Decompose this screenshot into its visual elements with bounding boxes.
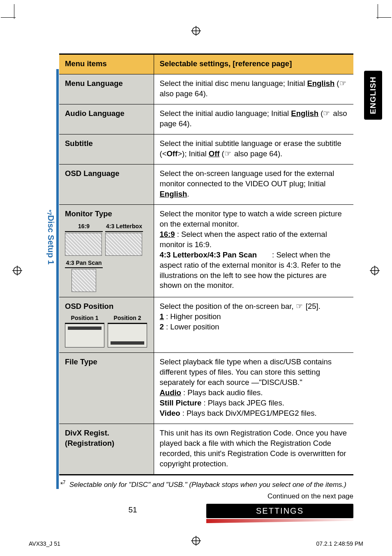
label-divx-registration: DivX Regist. (Registration): [59, 424, 154, 475]
section-vertical-title: Disc Setup 1*7: [46, 210, 55, 266]
print-file-id: AVX33_J 51: [29, 540, 60, 547]
footnote: **77 Selectable only for "DISC" and "USB…: [60, 480, 353, 489]
desc-subtitle: Select the initial subtitle language or …: [154, 134, 353, 164]
label-file-type: File Type: [59, 353, 154, 424]
table-header: Menu items Selectable settings, [referen…: [59, 54, 353, 74]
illustration-position-1: [65, 324, 104, 348]
monitor-type-illustrations: 16:9 4:3 Letterbox 4:3 Pan Scan: [65, 222, 147, 292]
crop-mark-top-right: [372, 7, 389, 23]
page-number: 51: [59, 504, 206, 514]
desc-osd-language: Select the on-screen language used for t…: [154, 164, 353, 204]
illustration-4-3-panscan: [71, 269, 96, 292]
label-osd-position: OSD Position Position 1 Position 2: [59, 297, 154, 353]
row-menu-language: Menu Language Select the initial disc me…: [59, 74, 353, 104]
continued-text: Continued on the next page: [59, 492, 353, 500]
section-accent-bar: [56, 69, 59, 489]
illustration-16-9: [65, 233, 102, 256]
desc-audio-language: Select the initial audio language; Initi…: [154, 104, 353, 134]
pointer-icon: [339, 79, 347, 88]
row-subtitle: Subtitle Select the initial subtitle lan…: [59, 134, 353, 164]
page-content: ENGLISH Disc Setup 1*7 Menu items Select…: [59, 53, 353, 489]
desc-file-type: Select playback file type when a disc/US…: [154, 353, 353, 424]
header-menu-items: Menu items: [59, 54, 154, 74]
page-footer: Continued on the next page 51 SETTINGS: [59, 492, 353, 523]
pointer-icon: [224, 149, 232, 158]
illustration-4-3-letterbox: [105, 233, 142, 256]
label-monitor-type: Monitor Type 16:9 4:3 Letterbox 4:3 Pan …: [59, 204, 154, 297]
label-osd-language: OSD Language: [59, 164, 154, 204]
osd-position-illustrations: Position 1 Position 2: [65, 313, 149, 348]
row-divx-registration: DivX Regist. (Registration) This unit ha…: [59, 424, 353, 475]
row-file-type: File Type Select playback file type when…: [59, 353, 353, 424]
print-timestamp: 07.2.1 2:48:59 PM: [316, 540, 363, 547]
row-monitor-type: Monitor Type 16:9 4:3 Letterbox 4:3 Pan …: [59, 204, 353, 297]
pointer-icon: [323, 109, 331, 118]
language-side-tab: ENGLISH: [364, 71, 382, 120]
crop-mark-top-left: [3, 7, 20, 23]
label-audio-language: Audio Language: [59, 104, 154, 134]
registration-mark-left: [12, 266, 22, 276]
desc-menu-language: Select the initial disc menu language; I…: [154, 74, 353, 104]
row-osd-position: OSD Position Position 1 Position 2 Selec…: [59, 297, 353, 353]
row-audio-language: Audio Language Select the initial audio …: [59, 104, 353, 134]
settings-section-banner: SETTINGS: [206, 504, 353, 518]
header-selectable-settings: Selectable settings, [reference page]: [154, 54, 353, 74]
settings-table: Menu items Selectable settings, [referen…: [59, 53, 353, 475]
row-osd-language: OSD Language Select the on-screen langua…: [59, 164, 353, 204]
decorative-red-wedge: [206, 519, 353, 523]
registration-mark-top: [191, 26, 201, 36]
label-subtitle: Subtitle: [59, 134, 154, 164]
desc-divx-registration: This unit has its own Registration Code.…: [154, 424, 353, 475]
label-menu-language: Menu Language: [59, 74, 154, 104]
pointer-icon: [296, 302, 304, 310]
desc-monitor-type: Select the monitor type to watch a wide …: [154, 204, 353, 297]
registration-mark-right: [370, 266, 380, 276]
illustration-position-2: [108, 324, 147, 348]
print-metadata-line: AVX33_J 51 07.2.1 2:48:59 PM: [0, 540, 392, 547]
desc-osd-position: Select the position of the on-screen bar…: [154, 297, 353, 353]
